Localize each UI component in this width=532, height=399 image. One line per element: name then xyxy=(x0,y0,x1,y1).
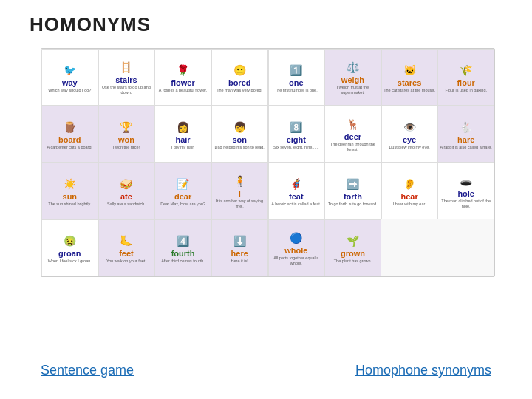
sentence-game-link[interactable]: Sentence game xyxy=(41,363,134,378)
sub-hear: I hear with my ear. xyxy=(393,202,426,207)
word-feet: feet xyxy=(119,249,134,258)
word-hear: hear xyxy=(400,192,417,201)
word-dear: dear xyxy=(174,192,191,201)
sub-fourth: After third comes fourth. xyxy=(161,259,205,264)
cell-bored: 😐 bored The man was very bored. xyxy=(211,49,268,106)
sub-flower: A rose is a beautiful flower. xyxy=(159,88,207,93)
won-icon: 🏆 xyxy=(116,119,137,135)
sub-ate: Sally ate a sandwich. xyxy=(107,202,146,207)
hair-icon: 👩 xyxy=(173,119,194,135)
ate-icon: 🥪 xyxy=(116,176,137,192)
sub-hare: A rabbit is also called a hare. xyxy=(440,145,492,150)
word-won: won xyxy=(118,135,134,144)
sub-one: The first number is one. xyxy=(275,88,318,93)
sub-here: Here it is! xyxy=(231,259,248,264)
cell-flour: 🌾 flour Flour is used in baking. xyxy=(437,49,494,106)
word-feat: feat xyxy=(289,192,304,201)
cell-hear: 👂 hear I hear with my ear. xyxy=(381,163,438,219)
cell-hole: 🕳️ hole The man climbed out of the hole. xyxy=(437,163,494,219)
word-eight: eight xyxy=(287,135,306,144)
word-hair: hair xyxy=(175,135,190,144)
word-flower: flower xyxy=(171,78,194,87)
cell-feat: 🦸 feat A heroic act is called a feat. xyxy=(268,163,325,219)
word-way: way xyxy=(62,78,78,87)
cell-one: 1️⃣ one The first number is one. xyxy=(268,49,325,106)
bottom-links: Sentence game Homophone synonyms xyxy=(41,363,491,378)
cell-fourth: 4️⃣ fourth After third comes fourth. xyxy=(154,219,211,276)
cell-won: 🏆 won I won the race! xyxy=(98,106,155,163)
weigh-icon: ⚖️ xyxy=(342,59,363,75)
page-title: HOMONYMS xyxy=(30,13,151,36)
hear-icon: 👂 xyxy=(399,176,420,192)
sub-hair: I dry my hair. xyxy=(171,145,194,150)
sub-feet: You walk on your feet. xyxy=(106,259,146,264)
cell-stairs: 🪜 stairs Use the stairs to go up and dow… xyxy=(98,49,155,106)
eye-icon: 👁️ xyxy=(399,119,420,135)
dear-icon: 📝 xyxy=(173,176,194,192)
sub-whole: All parts together equal a whole. xyxy=(270,256,323,265)
word-bored: bored xyxy=(228,78,251,87)
cell-board: 🪵 board A carpenter cuts a board. xyxy=(41,106,98,163)
cell-flower: 🌹 flower A rose is a beautiful flower. xyxy=(154,49,211,106)
whole-icon: 🔵 xyxy=(286,230,307,246)
feat-icon: 🦸 xyxy=(286,176,307,192)
cell-hair: 👩 hair I dry my hair. xyxy=(154,106,211,163)
word-grown: grown xyxy=(341,249,365,258)
flour-icon: 🌾 xyxy=(456,62,477,78)
hare-icon: 🐇 xyxy=(456,119,477,135)
sub-deer: The deer ran through the forest. xyxy=(327,142,379,151)
cell-sun: ☀️ sun The sun shined brightly. xyxy=(41,163,98,219)
way-icon: 🐦 xyxy=(59,62,80,78)
fourth-icon: 4️⃣ xyxy=(173,233,194,249)
word-whole: whole xyxy=(284,246,307,255)
here-icon: ⬇️ xyxy=(229,233,250,249)
groan-icon: 🤢 xyxy=(59,233,80,249)
stairs-icon: 🪜 xyxy=(116,59,137,75)
sub-stairs: Use the stairs to go up and down. xyxy=(100,85,153,95)
grown-icon: 🌱 xyxy=(342,233,363,249)
sub-weigh: I weigh fruit at the supermarket. xyxy=(327,85,379,95)
sub-hole: The man climbed out of the hole. xyxy=(440,199,492,208)
word-stares: stares xyxy=(398,78,421,87)
flower-icon: 🌹 xyxy=(173,62,194,78)
word-deer: deer xyxy=(344,132,361,141)
sub-won: I won the race! xyxy=(113,145,140,150)
sun-icon: ☀️ xyxy=(59,176,80,192)
word-eye: eye xyxy=(403,135,416,144)
cell-feet: 🦶 feet You walk on your feet. xyxy=(98,219,155,276)
word-hare: hare xyxy=(457,135,474,144)
sub-bored: The man was very bored. xyxy=(216,88,262,93)
eight-icon: 8️⃣ xyxy=(286,119,307,135)
cell-son: 👦 son Dad helped his son to read. xyxy=(211,106,268,163)
word-weigh: weigh xyxy=(341,75,364,84)
homophone-synonyms-link[interactable]: Homophone synonyms xyxy=(355,363,491,378)
word-fourth: fourth xyxy=(171,249,195,258)
cell-deer: 🦌 deer The deer ran through the forest. xyxy=(324,106,381,163)
sub-stares: The cat stares at the mouse. xyxy=(383,88,435,93)
cell-ate: 🥪 ate Sally ate a sandwich. xyxy=(98,163,155,219)
sub-board: A carpenter cuts a board. xyxy=(47,145,92,150)
cell-forth: ➡️ forth To go forth is to go forward. xyxy=(324,163,381,219)
cell-i: 🧍 I It is another way of saying 'me'. xyxy=(211,163,268,219)
stares-icon: 🐱 xyxy=(399,62,420,78)
sub-grown: The plant has grown. xyxy=(334,259,372,264)
cell-eight: 8️⃣ eight Six seven, eight, nine...... xyxy=(268,106,325,163)
son-icon: 👦 xyxy=(229,119,250,135)
cell-here: ⬇️ here Here it is! xyxy=(211,219,268,276)
sub-flour: Flour is used in baking. xyxy=(445,88,487,93)
word-flour: flour xyxy=(457,78,474,87)
word-one: one xyxy=(289,78,304,87)
sub-i: It is another way of saying 'me'. xyxy=(214,199,266,208)
sub-way: Which way should I go? xyxy=(48,88,91,93)
word-ate: ate xyxy=(120,192,132,201)
bored-icon: 😐 xyxy=(229,62,250,78)
word-sun: sun xyxy=(63,192,78,201)
word-i: I xyxy=(239,189,241,198)
sub-eight: Six seven, eight, nine...... xyxy=(273,145,318,150)
cell-dear: 📝 dear Dear Max, How are you? xyxy=(154,163,211,219)
feet-icon: 🦶 xyxy=(116,233,137,249)
deer-icon: 🦌 xyxy=(342,116,363,132)
i-icon: 🧍 xyxy=(229,173,250,189)
cell-way: 🐦 way Which way should I go? xyxy=(41,49,98,106)
sub-groan: When I feel sick I groan. xyxy=(48,259,92,264)
